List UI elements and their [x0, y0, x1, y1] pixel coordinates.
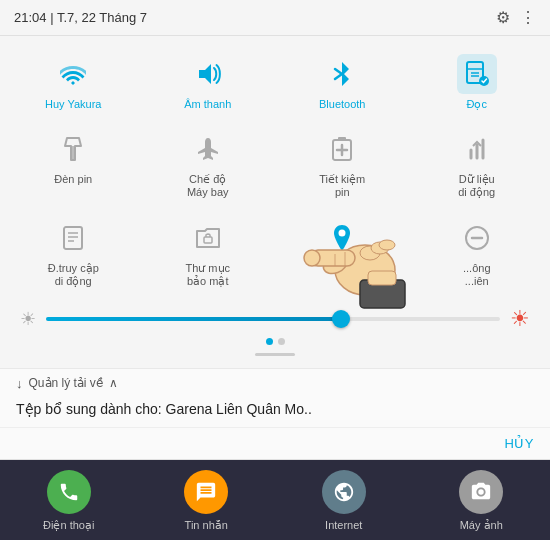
notif-title: Tệp bổ sung dành cho: Garena Liên Quân M…	[16, 401, 534, 417]
tile-sound[interactable]: Âm thanh	[149, 46, 267, 117]
tile-flashlight[interactable]: Đèn pin	[14, 121, 132, 205]
tile-airplane[interactable]: Chế độ Máy bay	[149, 121, 267, 205]
qs-row-2: Đèn pin Chế độ Máy bay	[6, 121, 544, 205]
bottom-dock: Điện thoại Tin nhắn Internet	[0, 460, 550, 540]
mobile-access-label: Đ.truy cập di động	[48, 262, 99, 288]
page-dots	[6, 336, 544, 351]
battery-saver-icon	[322, 129, 362, 169]
cancel-button[interactable]: HỦY	[504, 436, 534, 451]
screen: 21:04 | T.7, 22 Tháng 7 ⚙ ⋮ Huy	[0, 0, 550, 540]
notif-chevron-icon[interactable]: ∧	[109, 376, 118, 390]
gear-icon[interactable]: ⚙	[496, 8, 510, 27]
tile-doc[interactable]: Đọc	[418, 46, 536, 117]
location-icon	[322, 218, 362, 258]
more-icon[interactable]: ⋮	[520, 8, 536, 27]
battery-saver-label: Tiết kiệm pin	[319, 173, 365, 199]
sound-label: Âm thanh	[184, 98, 231, 111]
flashlight-label: Đèn pin	[54, 173, 92, 186]
notif-header: ↓ Quản lý tải về ∧	[0, 369, 550, 395]
flashlight-icon	[53, 129, 93, 169]
doc-icon	[457, 54, 497, 94]
svg-rect-15	[204, 237, 212, 243]
date: T.7, 22 Tháng 7	[57, 10, 147, 25]
phone-label: Điện thoại	[43, 519, 94, 532]
svg-rect-8	[338, 137, 346, 140]
internet-icon	[322, 470, 366, 514]
dnd-label: ...ông ...iên	[463, 262, 491, 288]
qs-row-1: Huy Yakura Âm thanh	[6, 46, 544, 117]
bluetooth-label: Bluetooth	[319, 98, 365, 111]
brightness-high-icon: ☀	[510, 306, 530, 332]
location-label: Vị trí	[331, 262, 354, 275]
tile-secure-folder[interactable]: Thư mục bảo mật	[149, 210, 267, 294]
secure-folder-icon	[188, 218, 228, 258]
internet-label: Internet	[325, 519, 362, 531]
bluetooth-icon	[322, 54, 362, 94]
brightness-row: ☀ ☀	[6, 298, 544, 336]
dock-item-messages[interactable]: Tin nhắn	[166, 470, 246, 532]
doc-label: Đọc	[467, 98, 487, 111]
status-icons: ⚙ ⋮	[496, 8, 536, 27]
airplane-icon	[188, 129, 228, 169]
messages-icon	[184, 470, 228, 514]
svg-rect-11	[64, 227, 82, 249]
dock-item-internet[interactable]: Internet	[304, 470, 384, 532]
brightness-thumb[interactable]	[332, 310, 350, 328]
dot-1	[266, 338, 273, 345]
notification-section: ↓ Quản lý tải về ∧ Tệp bổ sung dành cho:…	[0, 368, 550, 459]
camera-icon	[459, 470, 503, 514]
status-time: 21:04 | T.7, 22 Tháng 7	[14, 10, 147, 25]
scroll-indicator	[255, 353, 295, 356]
notif-header-text: Quản lý tải về	[29, 376, 103, 390]
phone-icon	[47, 470, 91, 514]
dock-item-phone[interactable]: Điện thoại	[29, 470, 109, 532]
secure-folder-label: Thư mục bảo mật	[185, 262, 230, 288]
tile-location[interactable]: Vị trí	[283, 210, 401, 294]
download-icon: ↓	[16, 376, 23, 391]
mobile-data-label: Dữ liệu di động	[458, 173, 495, 199]
brightness-slider[interactable]	[46, 317, 500, 321]
tile-battery-saver[interactable]: Tiết kiệm pin	[283, 121, 401, 205]
tile-bluetooth[interactable]: Bluetooth	[283, 46, 401, 117]
sound-icon	[188, 54, 228, 94]
messages-label: Tin nhắn	[185, 519, 228, 532]
status-bar: 21:04 | T.7, 22 Tháng 7 ⚙ ⋮	[0, 0, 550, 36]
svg-point-16	[339, 229, 346, 236]
quick-settings-panel: Huy Yakura Âm thanh	[0, 36, 550, 368]
mobile-data-icon	[457, 129, 497, 169]
svg-marker-0	[199, 64, 211, 84]
wifi-label: Huy Yakura	[45, 98, 101, 111]
dock-item-camera[interactable]: Máy ảnh	[441, 470, 521, 532]
brightness-fill	[46, 317, 341, 321]
tile-mobile-access[interactable]: Đ.truy cập di động	[14, 210, 132, 294]
camera-label: Máy ảnh	[460, 519, 503, 532]
notif-cancel-area: HỦY	[0, 428, 550, 459]
tile-wifi[interactable]: Huy Yakura	[14, 46, 132, 117]
time: 21:04	[14, 10, 47, 25]
qs-row-3: Đ.truy cập di động Thư mục bảo mật	[6, 210, 544, 294]
airplane-label: Chế độ Máy bay	[187, 173, 229, 199]
wifi-icon	[53, 54, 93, 94]
tile-mobile-data[interactable]: Dữ liệu di động	[418, 121, 536, 205]
mobile-access-icon	[53, 218, 93, 258]
dnd-icon	[457, 218, 497, 258]
svg-point-19	[479, 489, 485, 495]
dot-2	[278, 338, 285, 345]
tile-dnd[interactable]: ...ông ...iên	[418, 210, 536, 294]
notif-item[interactable]: Tệp bổ sung dành cho: Garena Liên Quân M…	[0, 395, 550, 428]
notif-header-left: ↓ Quản lý tải về ∧	[16, 376, 118, 391]
brightness-low-icon: ☀	[20, 308, 36, 330]
